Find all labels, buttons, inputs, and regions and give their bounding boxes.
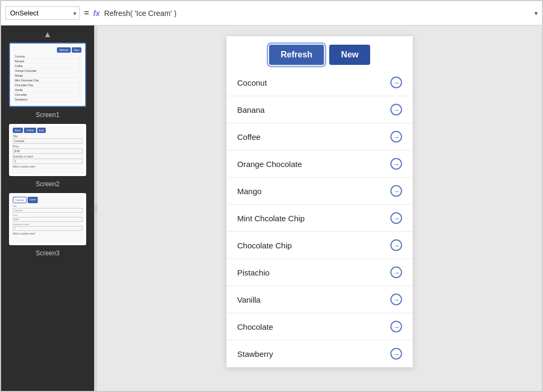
thumb-list-item: Mint Chocolate Chip (14, 78, 81, 83)
scroll-up-button[interactable]: ▲ (44, 30, 52, 39)
thumb-price-val: $ 99 (13, 148, 82, 154)
thumb-refresh-btn: Refresh (57, 47, 71, 53)
left-panel: ▲ Refresh New Coconut Banana Coffee Oran… (1, 26, 94, 392)
thumb3-custom-label: Add a custom card (13, 232, 82, 235)
thumb-back-btn: Back (13, 128, 23, 133)
app-screen: Refresh New Coconut → Banana → Coffee → (227, 36, 413, 368)
formula-select[interactable]: OnSelect (5, 6, 80, 20)
thumb-list-item: Chocolate Chip (14, 83, 81, 88)
thumb-edit-btn: Edit (37, 128, 46, 133)
thumb-list-item: Coconut (14, 54, 81, 59)
resize-dot (95, 205, 97, 207)
screen1-thumb-inner: Refresh New Coconut Banana Coffee Orange… (12, 46, 83, 104)
item-name-chocolate-chip: Chocolate Chip (237, 241, 292, 250)
resize-dots (95, 205, 97, 213)
refresh-button[interactable]: Refresh (269, 45, 324, 65)
ice-cream-list: Coconut → Banana → Coffee → Orange Choco… (227, 69, 413, 368)
thumb3-price-label: Price (13, 214, 82, 216)
arrow-icon-coffee: → (390, 131, 402, 143)
item-name-mango: Mango (237, 187, 262, 196)
thumb-qty-label: Quantity on hand (13, 155, 82, 158)
formula-select-wrap[interactable]: OnSelect (5, 6, 80, 20)
canvas-area: Refresh New Coconut → Banana → Coffee → (97, 26, 542, 392)
screen1-thumb-buttons: Refresh New (14, 47, 81, 53)
thumb-title-val: Coconut (13, 138, 82, 144)
thumb-save-btn: Save (28, 197, 38, 203)
thumb-new-btn: New (72, 47, 81, 53)
resize-dot (95, 212, 97, 213)
item-name-chocolate: Chocolate (237, 322, 273, 331)
thumb-custom-label: Add a custom card (13, 165, 82, 168)
list-item-banana[interactable]: Banana → (227, 96, 413, 123)
thumb3-title-input: Coconut (13, 208, 82, 213)
item-name-pistachio: Pistachio (237, 268, 270, 277)
resize-dot (95, 208, 97, 210)
arrow-icon-coconut: → (390, 77, 402, 88)
item-name-banana: Banana (237, 105, 265, 114)
screen2-thumb-buttons: Back Online Edit (13, 128, 82, 133)
item-name-mint-chocolate: Mint Chcolate Chip (237, 214, 305, 223)
list-item-pistachio[interactable]: Pistachio → (227, 259, 413, 286)
arrow-icon-chocolate-chip: → (390, 239, 402, 251)
list-item-strawberry[interactable]: Stawberry → (227, 340, 413, 368)
list-item-mango[interactable]: Mango → (227, 178, 413, 205)
screen2-thumb[interactable]: Back Online Edit Title Coconut Price $ 9… (9, 124, 86, 176)
item-name-coffee: Coffee (237, 132, 261, 141)
new-button[interactable]: New (329, 45, 370, 65)
thumb-list-item: Orange Chocolate (14, 69, 81, 73)
fx-label: fx (93, 9, 99, 18)
list-item-mint-chocolate[interactable]: Mint Chcolate Chip → (227, 205, 413, 232)
item-name-orange-chocolate: Orange Chocolate (237, 160, 302, 169)
thumb-qty-val: 1 (13, 159, 82, 164)
formula-bar: OnSelect = fx ▾ (1, 1, 542, 26)
list-item-vanilla[interactable]: Vanilla → (227, 286, 413, 313)
thumb-price-label: Price (13, 145, 82, 148)
screen2-label: Screen2 (36, 180, 60, 188)
list-item-chocolate-chip[interactable]: Chocolate Chip → (227, 232, 413, 259)
arrow-icon-strawberry: → (390, 348, 402, 360)
item-name-vanilla: Vanilla (237, 295, 261, 304)
arrow-icon-chocolate: → (390, 321, 402, 332)
thumb-list-item: Strawberry (14, 97, 81, 102)
formula-input[interactable] (104, 9, 530, 18)
app-header: Refresh New (227, 36, 413, 69)
thumb3-price-input: $ 99 (13, 217, 82, 222)
arrow-icon-mango: → (390, 185, 402, 197)
arrow-icon-pistachio: → (390, 266, 402, 278)
thumb-cancel-btn: Cancel (13, 197, 27, 203)
thumb3-qty-label: Quantity on hand (13, 223, 82, 226)
arrow-icon-banana: → (390, 104, 402, 115)
list-item-chocolate[interactable]: Chocolate → (227, 313, 413, 340)
thumb-list-item: Banana (14, 59, 81, 64)
thumb3-qty-input: 1 (13, 226, 82, 231)
item-name-coconut: Coconut (237, 78, 267, 87)
screen3-thumb-inner: Cancel Save Title Coconut Price $ 99 Qua… (11, 195, 84, 243)
item-name-strawberry: Stawberry (237, 349, 273, 358)
list-item-coconut[interactable]: Coconut → (227, 69, 413, 96)
screen1-label: Screen1 (36, 111, 60, 119)
thumb-list-item: Mango (14, 73, 81, 78)
thumb-online-btn: Online (24, 128, 36, 133)
main-layout: ▲ Refresh New Coconut Banana Coffee Oran… (1, 26, 542, 392)
thumb-list-item: Vanilla (14, 88, 81, 93)
thumb-list-item: Chocolate (14, 93, 81, 97)
arrow-icon-mint-chocolate: → (390, 212, 402, 224)
formula-chevron-icon[interactable]: ▾ (534, 10, 538, 17)
thumb-list-item: Coffee (14, 64, 81, 69)
equals-symbol: = (84, 9, 89, 18)
thumb3-title-label: Title (13, 205, 82, 207)
arrow-icon-orange-chocolate: → (390, 158, 402, 170)
list-item-coffee[interactable]: Coffee → (227, 123, 413, 151)
screen2-thumb-inner: Back Online Edit Title Coconut Price $ 9… (11, 126, 84, 174)
screen3-thumb[interactable]: Cancel Save Title Coconut Price $ 99 Qua… (9, 193, 86, 245)
thumb-title-label: Title (13, 135, 82, 138)
screen3-thumb-buttons: Cancel Save (13, 197, 82, 203)
arrow-icon-vanilla: → (390, 294, 402, 305)
list-item-orange-chocolate[interactable]: Orange Chocolate → (227, 151, 413, 178)
screen1-thumb[interactable]: Refresh New Coconut Banana Coffee Orange… (9, 43, 86, 107)
screen3-label: Screen3 (36, 249, 60, 257)
